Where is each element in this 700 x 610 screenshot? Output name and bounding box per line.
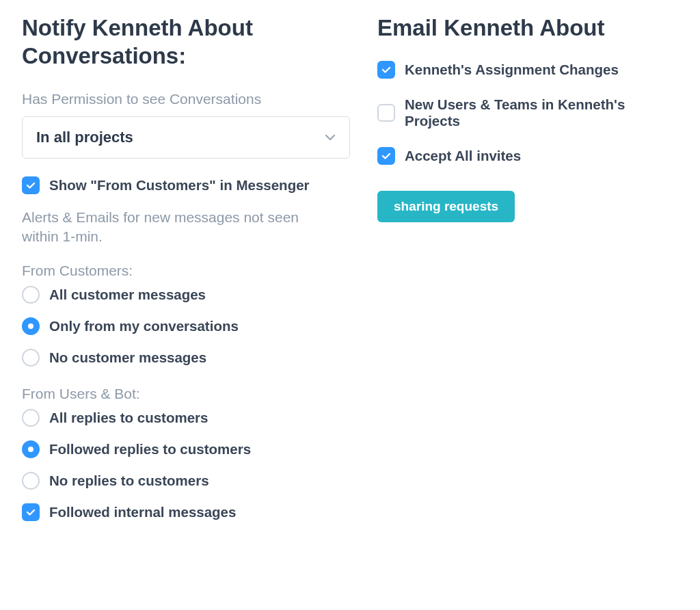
radio-label: All replies to customers: [49, 410, 208, 426]
radio-label: Followed replies to customers: [49, 441, 251, 458]
from-customers-group-label: From Customers:: [22, 263, 350, 279]
checkbox-label: Kenneth's Assignment Changes: [405, 62, 619, 78]
checkbox-label: New Users & Teams in Kenneth's Projects: [405, 96, 678, 129]
chevron-down-icon: [323, 131, 337, 144]
show-from-customers-label: Show "From Customers" in Messenger: [49, 177, 310, 194]
radio-label: No customer messages: [49, 349, 206, 366]
permission-label: Has Permission to see Conversations: [22, 90, 350, 108]
radio-only-my-conversations[interactable]: [22, 317, 40, 335]
from-users-bot-group-label: From Users & Bot:: [22, 386, 350, 402]
followed-internal-label: Followed internal messages: [49, 504, 236, 520]
permission-select-value: In all projects: [36, 129, 133, 146]
notify-conversations-panel: Notify Kenneth About Conversations: Has …: [22, 14, 350, 535]
radio-label: All customer messages: [49, 287, 206, 303]
checkbox-assignment-changes[interactable]: [377, 61, 395, 79]
email-title: Email Kenneth About: [377, 14, 678, 42]
radio-followed-replies[interactable]: [22, 440, 40, 458]
checkbox-new-users-teams[interactable]: [377, 104, 395, 122]
radio-label: Only from my conversations: [49, 318, 239, 334]
checkbox-label: Accept All invites: [405, 148, 521, 164]
followed-internal-checkbox[interactable]: [22, 503, 40, 521]
radio-label: No replies to customers: [49, 473, 209, 489]
permission-select[interactable]: In all projects: [22, 116, 350, 159]
sharing-requests-button[interactable]: sharing requests: [377, 191, 515, 222]
radio-no-customer-messages[interactable]: [22, 349, 40, 367]
radio-all-replies[interactable]: [22, 409, 40, 427]
email-about-panel: Email Kenneth About Kenneth's Assignment…: [377, 14, 678, 535]
checkbox-accept-invites[interactable]: [377, 147, 395, 165]
radio-no-replies[interactable]: [22, 472, 40, 490]
alerts-heading: Alerts & Emails for new messages not see…: [22, 208, 323, 247]
radio-all-customer-messages[interactable]: [22, 286, 40, 304]
show-from-customers-checkbox[interactable]: [22, 176, 40, 194]
notify-title: Notify Kenneth About Conversations:: [22, 14, 350, 70]
